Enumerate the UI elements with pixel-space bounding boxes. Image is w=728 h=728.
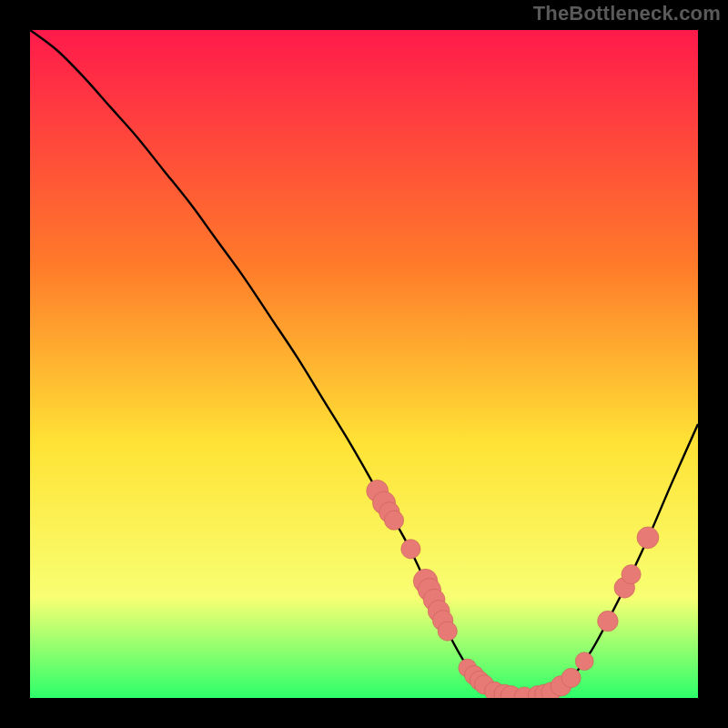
curve-marker xyxy=(637,527,659,549)
chart-frame: TheBottleneck.com xyxy=(0,0,728,728)
curve-marker xyxy=(575,652,593,671)
plot-area xyxy=(30,30,698,698)
curve-marker xyxy=(438,622,457,641)
curve-marker xyxy=(384,511,403,530)
chart-svg xyxy=(30,30,698,698)
watermark-text: TheBottleneck.com xyxy=(533,2,721,25)
curve-marker xyxy=(622,565,641,584)
curve-marker xyxy=(561,668,581,687)
curve-marker xyxy=(598,611,619,632)
curve-marker xyxy=(401,540,420,559)
